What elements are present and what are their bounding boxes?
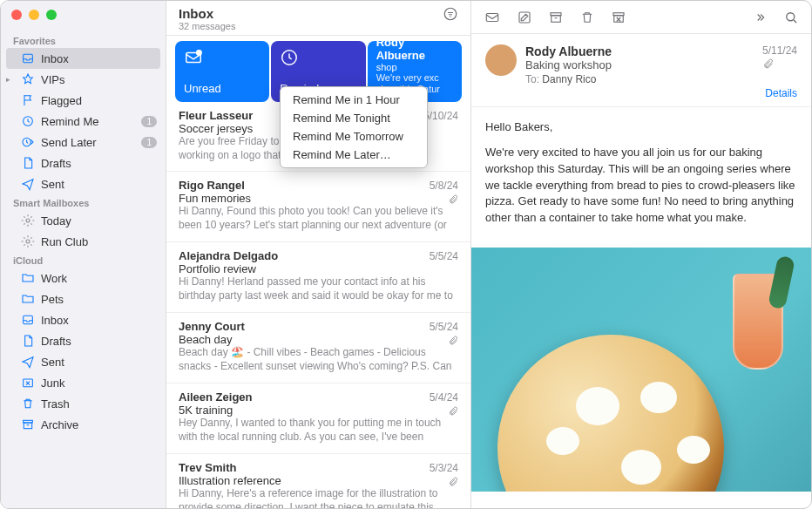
sidebar-item-pets[interactable]: Pets: [1, 288, 166, 309]
inbox-title: Inbox: [179, 6, 235, 21]
svg-point-4: [26, 240, 30, 243]
sidebar-item-label: Inbox: [41, 52, 152, 65]
msg-date: 5/8/24: [430, 180, 458, 192]
sidebar-item-label: Send Later: [41, 136, 141, 149]
sidebar-item-label: Flagged: [41, 94, 157, 107]
sidebar-item-send-later[interactable]: Send Later1: [1, 132, 166, 153]
svg-point-11: [197, 51, 202, 56]
sidebar-item-work[interactable]: Work: [1, 268, 166, 288]
doc-icon: [20, 155, 36, 171]
menu-item[interactable]: Remind Me Tonight: [281, 109, 427, 127]
sidebar-section-header[interactable]: Smart Mailboxes: [1, 194, 166, 210]
more-icon[interactable]: [752, 11, 768, 24]
tray-icon: [20, 51, 36, 66]
sidebar-item-label: Work: [41, 272, 157, 285]
avatar[interactable]: [485, 44, 517, 76]
window-controls: [1, 1, 166, 32]
svg-point-9: [444, 8, 457, 20]
filter-unread[interactable]: Unread: [175, 41, 269, 102]
sidebar-item-remind-me[interactable]: Remind Me1: [1, 111, 166, 132]
folder-icon: [20, 291, 36, 307]
msg-date: 5/5/24: [430, 321, 458, 333]
details-link[interactable]: Details: [762, 87, 797, 99]
clock-icon: [20, 113, 36, 129]
sidebar-item-inbox[interactable]: Inbox: [6, 48, 160, 69]
attachment-icon: [762, 58, 797, 70]
close-window-button[interactable]: [11, 10, 22, 20]
subject-line: Baking workshop: [525, 58, 754, 71]
msg-sender: Rigo Rangel: [179, 179, 245, 192]
folder-icon: [20, 270, 36, 286]
msg-subject: Fun memories: [179, 192, 458, 205]
sidebar-section-header[interactable]: iCloud: [1, 252, 166, 268]
envelope-icon[interactable]: [484, 10, 501, 25]
sidebar-item-flagged[interactable]: Flagged: [1, 90, 166, 111]
msg-preview: Hi Danny, Found this photo you took! Can…: [179, 205, 458, 233]
svg-rect-8: [24, 423, 31, 429]
junk-icon[interactable]: [611, 10, 626, 25]
sidebar-item-label: Sent: [41, 178, 157, 191]
sidebar-item-label: Junk: [41, 377, 157, 390]
compose-icon[interactable]: [517, 10, 532, 25]
tray-icon: [20, 312, 36, 328]
msg-sender: Trev Smith: [179, 461, 236, 474]
sidebar-item-today[interactable]: Today: [1, 210, 166, 231]
sidebar-item-trash[interactable]: Trash: [1, 393, 166, 414]
sidebar-section-header[interactable]: Favorites: [1, 32, 166, 48]
attachment-image[interactable]: [471, 248, 811, 492]
msg-preview: Hey Danny, I wanted to thank you for put…: [179, 417, 458, 445]
message-row[interactable]: Rigo Rangel5/8/24Fun memoriesHi Danny, F…: [166, 172, 470, 242]
sidebar-item-vips[interactable]: ▸VIPs: [1, 69, 166, 90]
sidebar-item-label: Remind Me: [41, 115, 141, 128]
sidebar-item-label: Inbox: [41, 314, 157, 327]
message-date: 5/11/24: [762, 44, 797, 57]
sidebar-item-label: Archive: [41, 418, 157, 431]
sidebar-item-label: VIPs: [41, 73, 157, 86]
svg-point-3: [26, 219, 30, 222]
menu-item[interactable]: Remind Me Tomorrow: [281, 127, 427, 146]
filter-icon[interactable]: [443, 6, 458, 22]
sidebar-item-inbox[interactable]: Inbox: [1, 309, 166, 330]
search-icon[interactable]: [783, 10, 799, 25]
archive-icon: [20, 417, 36, 432]
message-row[interactable]: Trev Smith5/3/24Illustration referenceHi…: [166, 454, 470, 508]
message-header: Rody Albuerne Baking workshop To: Danny …: [471, 34, 811, 107]
msg-preview: Beach day 🏖️ - Chill vibes - Beach games…: [179, 346, 458, 374]
clock-send-icon: [20, 134, 36, 150]
minimize-window-button[interactable]: [29, 10, 39, 20]
trash-icon[interactable]: [579, 10, 595, 25]
sidebar-item-sent[interactable]: Sent: [1, 173, 166, 194]
message-row[interactable]: Jenny Court5/5/24Beach dayBeach day 🏖️ -…: [166, 313, 470, 383]
menu-item[interactable]: Remind Me Later…: [281, 146, 427, 164]
zoom-window-button[interactable]: [46, 10, 57, 20]
sidebar-item-label: Pets: [41, 293, 157, 306]
msg-date: 5/4/24: [430, 391, 458, 404]
sidebar-item-run-club[interactable]: Run Club: [1, 231, 166, 252]
paperclip-icon: [448, 336, 458, 346]
chevron-right-icon[interactable]: ▸: [6, 75, 10, 84]
svg-rect-0: [24, 54, 33, 62]
msg-sender: Alejandra Delgado: [179, 249, 278, 262]
paperplane-icon: [20, 354, 36, 370]
sidebar-item-junk[interactable]: Junk: [1, 372, 166, 393]
reading-pane: Rody Albuerne Baking workshop To: Danny …: [471, 1, 811, 508]
message-list-pane: Inbox 32 messages Unread Remind Rod: [166, 1, 471, 508]
doc-icon: [20, 333, 36, 349]
msg-subject: Portfolio review: [179, 262, 458, 275]
sidebar-item-label: Today: [41, 214, 157, 227]
archive-icon[interactable]: [548, 10, 564, 25]
sidebar-item-sent[interactable]: Sent: [1, 351, 166, 372]
message-row[interactable]: Alejandra Delgado5/5/24Portfolio reviewH…: [166, 242, 470, 313]
message-row[interactable]: Aileen Zeigen5/4/245K trainingHey Danny,…: [166, 383, 470, 454]
sidebar-item-drafts[interactable]: Drafts: [1, 330, 166, 351]
sidebar-item-drafts[interactable]: Drafts: [1, 153, 166, 173]
svg-rect-16: [551, 15, 561, 22]
msg-subject: Beach day: [179, 333, 458, 346]
menu-item[interactable]: Remind Me in 1 Hour: [281, 91, 427, 109]
paperclip-icon: [448, 477, 458, 487]
star-icon: [20, 71, 36, 87]
trash-icon: [20, 396, 36, 411]
gear-icon: [20, 213, 36, 228]
svg-rect-5: [24, 316, 33, 323]
sidebar-item-archive[interactable]: Archive: [1, 414, 166, 435]
